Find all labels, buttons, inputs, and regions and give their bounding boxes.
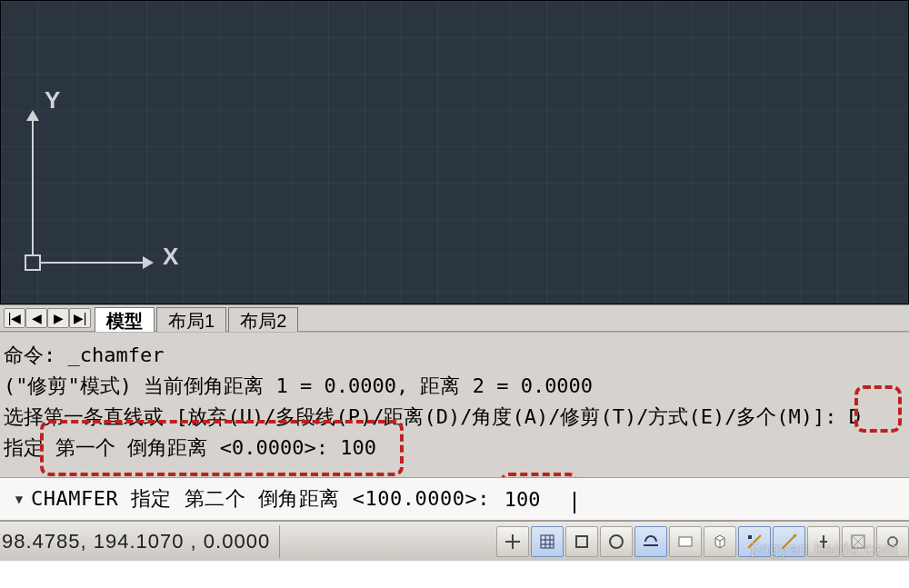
- svg-rect-10: [679, 537, 692, 546]
- svg-rect-2: [541, 535, 554, 548]
- lineweight-icon: [814, 533, 833, 551]
- polar-icon: [607, 533, 625, 551]
- command-input-bar: ▼ CHAMFER 指定 第二个 倒角距离 <100.0000>:: [0, 477, 909, 521]
- tab-nav-first[interactable]: |◀: [4, 308, 25, 328]
- status-separator: [279, 525, 280, 558]
- command-history-dropdown[interactable]: ▼: [7, 487, 31, 511]
- cursor-coordinates: 98.4785, 194.1070 , 0.0000: [0, 530, 275, 553]
- grid-toggle[interactable]: [531, 526, 564, 557]
- snap-toggle[interactable]: [496, 526, 529, 557]
- tab-label: 布局1: [168, 311, 215, 331]
- grid-icon: [538, 533, 556, 551]
- svg-rect-12: [748, 535, 752, 539]
- canvas-grid: [1, 1, 908, 304]
- command-input[interactable]: [503, 488, 575, 511]
- axis-x-label: X: [163, 243, 178, 271]
- svg-point-8: [610, 535, 623, 548]
- ortho-icon: [573, 533, 591, 551]
- command-history[interactable]: 命令: _chamfer ("修剪"模式) 当前倒角距离 1 = 0.0000,…: [0, 332, 909, 477]
- extra-icon: [884, 533, 902, 551]
- transparency-toggle[interactable]: [842, 526, 874, 557]
- history-line: 命令: _chamfer: [4, 340, 904, 371]
- svg-rect-7: [576, 536, 587, 547]
- extra-toggle[interactable]: [876, 526, 909, 557]
- otrack-icon: [745, 533, 764, 551]
- tab-label: 布局2: [240, 311, 286, 331]
- drawing-canvas[interactable]: X Y: [0, 0, 909, 304]
- axis-y-label: Y: [45, 86, 60, 115]
- history-line: 选择第一条直线或 [放弃(U)/多段线(P)/距离(D)/角度(A)/修剪(T)…: [4, 402, 904, 433]
- plane-toggle[interactable]: [669, 526, 702, 557]
- cube-icon: [711, 533, 729, 551]
- tab-nav-prev[interactable]: ◀: [25, 308, 47, 328]
- osnap-toggle[interactable]: [634, 526, 667, 557]
- tab-model[interactable]: 模型: [95, 307, 155, 332]
- plane-icon: [676, 533, 694, 551]
- tab-label: 模型: [106, 311, 143, 331]
- ortho-toggle[interactable]: [565, 526, 598, 557]
- history-line: 指定 第一个 倒角距离 <0.0000>: 100: [4, 433, 904, 463]
- dyn-icon: [780, 533, 798, 551]
- command-prompt: CHAMFER 指定 第二个 倒角距离 <100.0000>:: [31, 485, 503, 513]
- trans-icon: [849, 533, 867, 551]
- text-cursor: [574, 492, 575, 513]
- osnap-icon: [642, 533, 660, 551]
- layout-tabstrip: |◀ ◀ ▶ ▶| 模型 布局1 布局2: [0, 304, 909, 332]
- dyn-toggle[interactable]: [773, 526, 805, 557]
- snap-icon: [504, 533, 522, 551]
- svg-point-18: [888, 537, 897, 546]
- tab-nav-next[interactable]: ▶: [47, 308, 69, 328]
- history-line: ("修剪"模式) 当前倒角距离 1 = 0.0000, 距离 2 = 0.000…: [4, 371, 904, 402]
- object3d-toggle[interactable]: [704, 526, 736, 557]
- tabstrip-spacer: [300, 305, 909, 331]
- tab-nav-last[interactable]: ▶|: [69, 308, 91, 328]
- polar-toggle[interactable]: [600, 526, 633, 557]
- lineweight-toggle[interactable]: [807, 526, 840, 557]
- status-bar: 98.4785, 194.1070 , 0.0000: [0, 521, 909, 561]
- otrack-toggle[interactable]: [738, 526, 771, 557]
- tab-layout1[interactable]: 布局1: [156, 307, 226, 332]
- tab-layout2[interactable]: 布局2: [228, 307, 298, 332]
